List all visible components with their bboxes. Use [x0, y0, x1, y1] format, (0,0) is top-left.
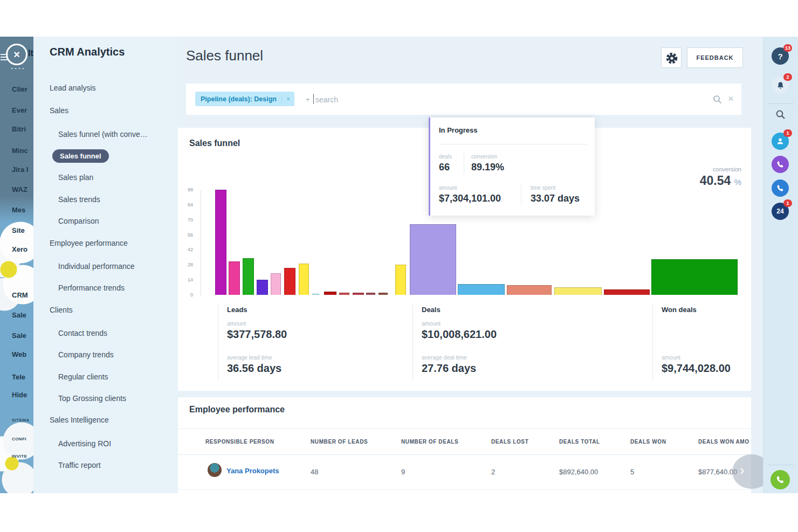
sidebar-item-sales[interactable]: Sales — [50, 106, 68, 115]
portal-logo-fragment: lt — [28, 49, 33, 58]
left-rail-item[interactable]: Xero — [12, 245, 27, 253]
left-rail-item[interactable]: Tele — [12, 373, 25, 381]
left-rail-item[interactable]: Mes — [12, 206, 25, 214]
gear-icon — [665, 52, 678, 65]
stat-block-deals: Deals amount $10,008,621.00 average deal… — [412, 305, 650, 380]
sidebar-item-performance-trends[interactable]: Performance trends — [58, 284, 125, 292]
global-search-button[interactable] — [772, 106, 789, 123]
sidebar-item-clients[interactable]: Clients — [50, 306, 73, 314]
menu-dashes: ---- — [11, 65, 26, 72]
left-rail-item[interactable]: Sale — [12, 311, 26, 319]
y-tick-label: 0 — [190, 292, 193, 298]
filter-search-bar[interactable]: Pipeline (deals): Design × + search × — [186, 84, 741, 115]
funnel-bar-leads[interactable] — [215, 190, 226, 295]
left-rail-item[interactable]: Clier — [12, 85, 27, 93]
funnel-bar-deals[interactable] — [554, 287, 602, 295]
left-rail-item[interactable]: SITEMA — [12, 418, 30, 423]
stat-title: Leads — [227, 306, 247, 314]
left-rail-item[interactable]: CONFI — [12, 437, 26, 441]
chart-tooltip-in-progress: In Progress deals 66 conversion 89.19% a… — [429, 118, 595, 216]
tooltip-deals-value: 66 — [439, 162, 450, 173]
funnel-bar-leads[interactable] — [299, 264, 309, 295]
stat-amount-label: amount — [227, 320, 246, 327]
y-tick-label: 98 — [188, 187, 193, 192]
left-rail-item[interactable]: Sale — [12, 331, 26, 340]
funnel-bar-leads[interactable] — [339, 293, 349, 295]
stat-block-leads: Leads amount $377,578.80 average lead ti… — [218, 305, 410, 380]
sidebar-item-individual-performance[interactable]: Individual performance — [58, 262, 135, 271]
sidebar-item-sales-intelligence[interactable]: Sales Intelligence — [50, 416, 109, 424]
sidebar-item-company-trends[interactable]: Company trends — [58, 350, 114, 359]
left-rail-item[interactable]: CRM — [12, 291, 28, 299]
stat-block-won-deals: Won deals amount $9,744,028.00 — [652, 305, 744, 380]
tooltip-time-label: time spent — [531, 185, 555, 191]
crm-analytics-sidebar: CRM Analytics Lead analysisSalesSales fu… — [33, 37, 178, 493]
funnel-bar-leads[interactable] — [366, 293, 375, 295]
bitrix24-badge: 1 — [783, 199, 792, 207]
funnel-bar-leads[interactable] — [324, 292, 336, 295]
telephony-purple-button[interactable] — [772, 156, 789, 173]
funnel-bar-deals[interactable] — [458, 284, 505, 295]
avatar[interactable] — [208, 463, 222, 477]
stat-title: Deals — [422, 306, 441, 314]
funnel-bar-leads[interactable] — [257, 280, 268, 295]
help-badge: 13 — [783, 44, 792, 52]
sidebar-item-lead-analysis[interactable]: Lead analysis — [50, 84, 96, 92]
left-rail-item[interactable]: WAZ — [12, 185, 27, 194]
clear-search-icon[interactable]: × — [728, 93, 734, 105]
telephony-blue-button[interactable] — [772, 179, 789, 197]
sidebar-item-regular-clients[interactable]: Regular clients — [58, 372, 108, 381]
left-rail-item[interactable]: Site — [12, 226, 25, 234]
bell-icon — [776, 81, 785, 90]
funnel-bar-leads[interactable] — [229, 261, 240, 295]
y-tick-label: 56 — [188, 232, 193, 238]
left-rail-item[interactable]: Hide — [12, 391, 27, 399]
funnel-bar-deals[interactable] — [604, 289, 650, 295]
left-rail-item[interactable]: Ever — [12, 106, 27, 114]
sidebar-item-employee-performance[interactable]: Employee performance — [50, 239, 128, 247]
sidebar-item-comparison[interactable]: Comparison — [58, 217, 99, 225]
column-header: DEALS WON — [630, 439, 666, 445]
sidebar-item-traffic-report[interactable]: Traffic report — [58, 461, 101, 469]
sidebar-item-sales-trends[interactable]: Sales trends — [58, 195, 100, 204]
table-cell: $877,640.00 — [698, 468, 737, 476]
call-button[interactable] — [771, 470, 790, 489]
settings-button[interactable] — [661, 47, 682, 68]
funnel-bar-deals[interactable] — [507, 285, 552, 295]
left-rail-item[interactable]: Bitri — [12, 125, 26, 133]
funnel-bar-leads[interactable] — [353, 293, 364, 295]
search-icon — [775, 109, 786, 120]
sidebar-item-top-grossing-clients[interactable]: Top Grossing clients — [58, 394, 126, 403]
sidebar-item-sales-funnel[interactable]: Sales funnel — [52, 149, 109, 163]
text-cursor — [313, 94, 314, 104]
percent-sign: % — [734, 177, 741, 186]
person-icon — [776, 137, 785, 146]
left-rail-item[interactable]: Minc — [12, 147, 28, 155]
filter-tag-label: Pipeline (deals): Design — [201, 95, 277, 103]
responsible-person-link[interactable]: Yana Prokopets — [226, 467, 279, 475]
y-tick-label: 84 — [188, 202, 193, 208]
funnel-bar-won-deals[interactable] — [651, 259, 738, 295]
funnel-bar-leads[interactable] — [379, 293, 388, 295]
funnel-bar-leads[interactable] — [271, 273, 281, 295]
search-icon[interactable] — [713, 95, 722, 104]
add-filter-icon: + — [306, 95, 310, 103]
sidebar-item-contact-trends[interactable]: Contact trends — [58, 329, 107, 337]
remove-tag-icon[interactable]: × — [281, 95, 290, 103]
sidebar-item-sales-plan[interactable]: Sales plan — [58, 173, 93, 182]
sidebar-item-sales-funnel-with-conve[interactable]: Sales funnel (with conve… — [58, 130, 148, 139]
left-rail-item[interactable]: Jira I — [12, 165, 28, 174]
funnel-bar-deals[interactable] — [395, 265, 406, 295]
left-rail-item[interactable]: Web — [12, 350, 26, 358]
funnel-bar-leads[interactable] — [312, 294, 319, 295]
close-menu-icon[interactable]: × — [6, 44, 27, 65]
tooltip-deals-label: deals — [439, 154, 452, 160]
sidebar-item-advertising-roi[interactable]: Advertising ROI — [58, 439, 111, 448]
funnel-bar-leads[interactable] — [243, 258, 254, 295]
funnel-bar-leads[interactable] — [284, 268, 295, 295]
funnel-bar-deals[interactable] — [410, 224, 456, 295]
left-rail-item[interactable]: INVITE — [12, 454, 27, 459]
table-cell: $892,640.00 — [559, 468, 598, 476]
feedback-button[interactable]: FEEDBACK — [687, 47, 743, 68]
filter-tag-pipeline[interactable]: Pipeline (deals): Design × — [195, 92, 294, 106]
